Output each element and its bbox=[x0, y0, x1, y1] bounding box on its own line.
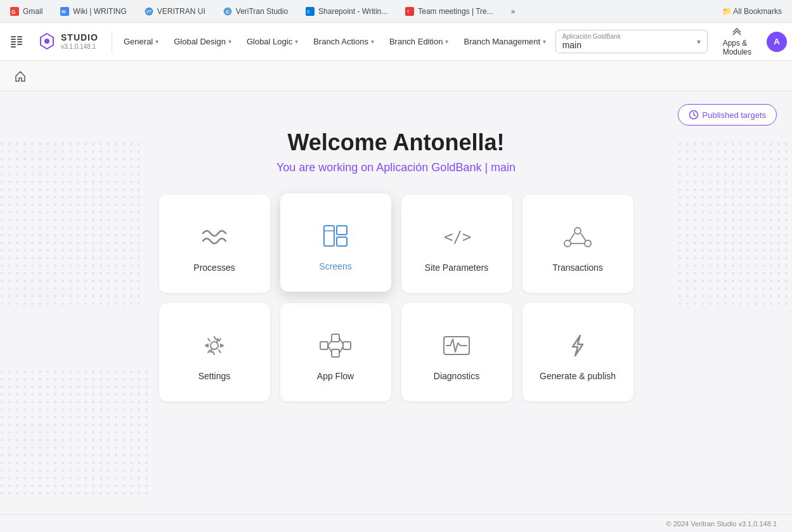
svg-point-27 bbox=[585, 240, 591, 247]
chevron-down-icon: ▾ bbox=[543, 38, 546, 45]
site-parameters-icon: </> bbox=[440, 221, 473, 254]
apps-modules-label: Apps &Modules bbox=[723, 39, 751, 56]
expand-icon bbox=[732, 27, 742, 37]
svg-line-38 bbox=[339, 338, 343, 344]
svg-rect-34 bbox=[332, 349, 339, 357]
chevron-down-icon: ▾ bbox=[155, 38, 159, 45]
card-app-flow[interactable]: App Flow bbox=[280, 303, 391, 401]
menu-global-design[interactable]: Global Design ▾ bbox=[167, 32, 238, 51]
tab-veritran-ui[interactable]: VT VERITRAN UI bbox=[140, 4, 211, 18]
user-avatar[interactable]: A bbox=[767, 32, 787, 52]
svg-rect-35 bbox=[343, 342, 351, 349]
svg-text:G: G bbox=[11, 8, 16, 15]
diagnostics-label: Diagnostics bbox=[434, 371, 479, 381]
clock-icon bbox=[689, 110, 699, 120]
app-flow-icon bbox=[319, 329, 352, 362]
studio-logo-icon bbox=[38, 32, 56, 50]
apps-modules-button[interactable]: Apps &Modules bbox=[715, 23, 759, 60]
home-icon bbox=[14, 70, 27, 82]
main-content: Published targets Welcome Antonella! You… bbox=[0, 91, 792, 514]
diagnostics-icon bbox=[440, 329, 473, 362]
card-site-parameters[interactable]: </> Site Parameters bbox=[401, 195, 512, 293]
app-name-label: Aplicación GoldBank bbox=[562, 33, 692, 40]
svg-rect-22 bbox=[337, 237, 347, 246]
tab-gmail[interactable]: G Gmail bbox=[5, 4, 48, 18]
cards-grid: Processes Screens </> bbox=[159, 195, 633, 401]
welcome-subtitle: You are working on Aplicación GoldBank |… bbox=[276, 161, 516, 174]
branch-name-label: main bbox=[562, 40, 692, 50]
svg-text:T: T bbox=[407, 9, 410, 13]
card-diagnostics[interactable]: Diagnostics bbox=[401, 303, 512, 401]
menu-general[interactable]: General ▾ bbox=[117, 32, 165, 51]
studio-version: v3.1.0.148.1 bbox=[61, 43, 98, 51]
menu-branch-actions[interactable]: Branch Actions ▾ bbox=[307, 32, 380, 51]
studio-title: STUDIO bbox=[61, 32, 98, 43]
svg-point-25 bbox=[575, 228, 581, 234]
transactions-icon bbox=[561, 221, 594, 254]
footer: © 2024 Veritran Studio v3.1.0.148.1 bbox=[0, 514, 792, 532]
app-toolbar: STUDIO v3.1.0.148.1 General ▾ Global Des… bbox=[0, 23, 792, 61]
apps-grid-button[interactable] bbox=[5, 30, 28, 53]
tab-team-meetings[interactable]: T Team meetings | Tre... bbox=[400, 4, 498, 18]
settings-icon bbox=[198, 329, 231, 362]
site-parameters-label: Site Parameters bbox=[425, 263, 488, 273]
generate-publish-label: Generate & publish bbox=[540, 371, 616, 381]
transactions-label: Transactions bbox=[552, 263, 603, 273]
browser-tab-bar: G Gmail W Wiki | WRITING VT VERITRAN UI … bbox=[0, 0, 792, 23]
bookmarks-icon: 📁 bbox=[722, 7, 732, 16]
svg-line-37 bbox=[328, 346, 332, 352]
card-settings[interactable]: Settings bbox=[159, 303, 270, 401]
svg-line-28 bbox=[569, 233, 575, 241]
chevron-down-icon: ▾ bbox=[371, 38, 374, 45]
menu-branch-edition[interactable]: Branch Edition ▾ bbox=[383, 32, 455, 51]
chevron-down-icon: ▾ bbox=[228, 38, 231, 45]
dot-pattern-top-right bbox=[678, 142, 792, 307]
tab-veritran-studio[interactable]: @ VeriTran Studio bbox=[218, 4, 293, 18]
welcome-section: Welcome Antonella! You are working on Ap… bbox=[276, 129, 516, 174]
svg-text:S: S bbox=[307, 9, 309, 13]
card-processes[interactable]: Processes bbox=[159, 195, 270, 293]
card-screens[interactable]: Screens bbox=[280, 193, 391, 292]
svg-rect-21 bbox=[337, 226, 347, 235]
settings-label: Settings bbox=[198, 371, 231, 381]
all-bookmarks-button[interactable]: 📁 All Bookmarks bbox=[717, 4, 787, 18]
app-flow-label: App Flow bbox=[317, 371, 354, 381]
processes-icon bbox=[198, 221, 231, 254]
svg-point-26 bbox=[564, 240, 571, 247]
card-transactions[interactable]: Transactions bbox=[523, 195, 633, 293]
svg-point-12 bbox=[44, 39, 49, 44]
grid-icon bbox=[11, 36, 22, 48]
svg-point-31 bbox=[211, 342, 218, 349]
more-tabs-button[interactable]: » bbox=[506, 4, 521, 18]
svg-line-29 bbox=[581, 233, 586, 241]
chevron-down-icon: ▾ bbox=[445, 38, 448, 45]
home-button[interactable] bbox=[10, 66, 30, 86]
dot-pattern-top-left bbox=[0, 142, 140, 307]
svg-rect-10 bbox=[405, 7, 414, 16]
welcome-title: Welcome Antonella! bbox=[276, 129, 516, 156]
app-selector[interactable]: Aplicación GoldBank main ▾ bbox=[555, 30, 708, 53]
tab-wiki[interactable]: W Wiki | WRITING bbox=[55, 4, 131, 18]
svg-rect-18 bbox=[0, 370, 152, 496]
processes-label: Processes bbox=[193, 263, 235, 273]
tab-sharepoint[interactable]: S Sharepoint - Writin... bbox=[301, 4, 393, 18]
published-targets-button[interactable]: Published targets bbox=[678, 104, 777, 126]
generate-publish-icon bbox=[561, 329, 594, 362]
screens-label: Screens bbox=[319, 261, 351, 271]
chevron-down-icon: ▾ bbox=[295, 38, 298, 45]
svg-text:</>: </> bbox=[444, 228, 471, 246]
studio-logo[interactable]: STUDIO v3.1.0.148.1 bbox=[30, 32, 107, 51]
svg-text:@: @ bbox=[225, 9, 229, 13]
card-generate-publish[interactable]: Generate & publish bbox=[523, 303, 633, 401]
copyright-label: © 2024 Veritran Studio v3.1.0.148.1 bbox=[666, 520, 777, 528]
svg-rect-14 bbox=[0, 142, 140, 307]
dot-pattern-bottom-left bbox=[0, 370, 152, 496]
svg-rect-33 bbox=[332, 334, 339, 342]
screens-icon bbox=[319, 219, 352, 252]
app-selector-chevron-icon: ▾ bbox=[697, 37, 701, 46]
toolbar-divider-1 bbox=[112, 30, 112, 53]
menu-global-logic[interactable]: Global Logic ▾ bbox=[240, 32, 304, 51]
svg-rect-20 bbox=[324, 226, 334, 246]
menu-branch-management[interactable]: Branch Management ▾ bbox=[457, 32, 552, 51]
svg-line-39 bbox=[339, 347, 343, 353]
